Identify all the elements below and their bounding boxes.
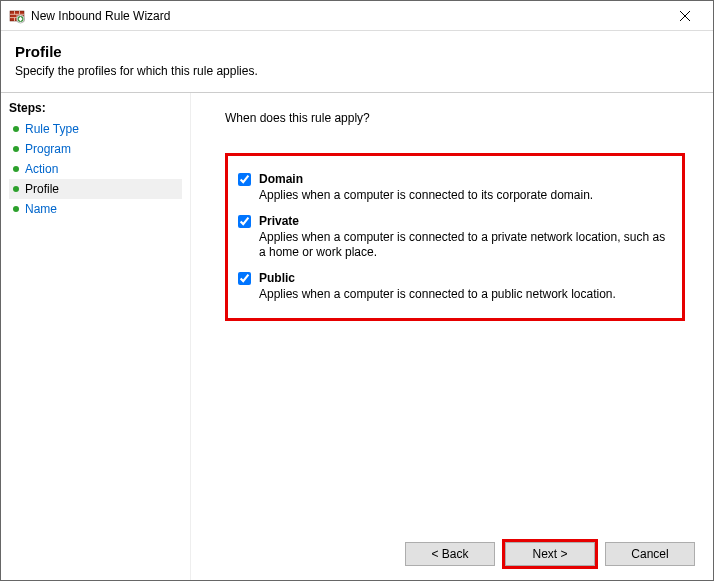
content-area: Steps: Rule Type Program Action Profile … <box>1 92 713 580</box>
page-subheading: Specify the profiles for which this rule… <box>15 64 699 78</box>
wizard-window: New Inbound Rule Wizard Profile Specify … <box>0 0 714 581</box>
main-panel: When does this rule apply? Domain Applie… <box>191 93 713 580</box>
window-title: New Inbound Rule Wizard <box>31 9 665 23</box>
step-label: Action <box>25 162 58 176</box>
bullet-icon <box>13 146 19 152</box>
button-bar: < Back Next > Cancel <box>405 542 695 566</box>
title-bar: New Inbound Rule Wizard <box>1 1 713 31</box>
domain-desc: Applies when a computer is connected to … <box>259 188 668 204</box>
step-action[interactable]: Action <box>9 159 182 179</box>
private-desc: Applies when a computer is connected to … <box>259 230 668 261</box>
step-label: Program <box>25 142 71 156</box>
public-label: Public <box>259 271 295 285</box>
firewall-icon <box>9 8 25 24</box>
step-label: Profile <box>25 182 59 196</box>
public-row: Public <box>238 271 668 285</box>
apply-question: When does this rule apply? <box>225 111 689 125</box>
cancel-button[interactable]: Cancel <box>605 542 695 566</box>
bullet-icon <box>13 166 19 172</box>
bullet-icon <box>13 206 19 212</box>
domain-row: Domain <box>238 172 668 186</box>
step-label: Rule Type <box>25 122 79 136</box>
private-row: Private <box>238 214 668 228</box>
profiles-highlight-box: Domain Applies when a computer is connec… <box>225 153 685 321</box>
back-button[interactable]: < Back <box>405 542 495 566</box>
step-name[interactable]: Name <box>9 199 182 219</box>
private-label: Private <box>259 214 299 228</box>
page-heading: Profile <box>15 43 699 60</box>
step-label: Name <box>25 202 57 216</box>
close-button[interactable] <box>665 2 705 30</box>
steps-sidebar: Steps: Rule Type Program Action Profile … <box>1 93 191 580</box>
steps-heading: Steps: <box>9 101 182 115</box>
domain-checkbox[interactable] <box>238 173 251 186</box>
bullet-icon <box>13 126 19 132</box>
close-icon <box>680 11 690 21</box>
domain-label: Domain <box>259 172 303 186</box>
private-checkbox[interactable] <box>238 215 251 228</box>
public-desc: Applies when a computer is connected to … <box>259 287 668 303</box>
step-profile[interactable]: Profile <box>9 179 182 199</box>
next-button[interactable]: Next > <box>505 542 595 566</box>
step-rule-type[interactable]: Rule Type <box>9 119 182 139</box>
step-program[interactable]: Program <box>9 139 182 159</box>
bullet-icon <box>13 186 19 192</box>
header-block: Profile Specify the profiles for which t… <box>1 31 713 92</box>
public-checkbox[interactable] <box>238 272 251 285</box>
